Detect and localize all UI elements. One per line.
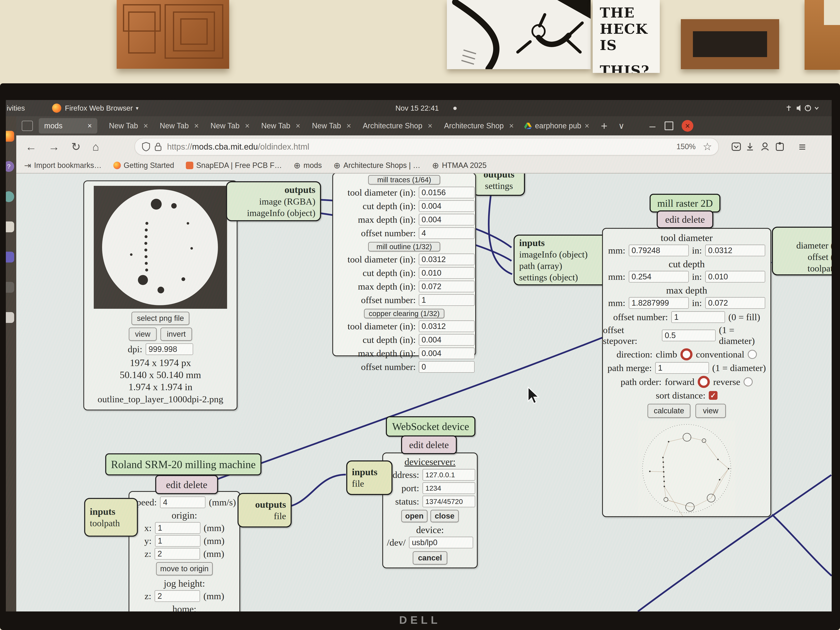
offset-number-input[interactable] xyxy=(419,361,475,373)
bookmark-import[interactable]: ⇥Import bookmarks… xyxy=(24,161,102,170)
device-input[interactable] xyxy=(409,537,473,548)
max-depth-mm-input[interactable] xyxy=(629,297,689,309)
close-icon[interactable]: × xyxy=(509,122,514,130)
tool-diameter-input[interactable] xyxy=(419,321,475,332)
bookmark-htmaa[interactable]: ⊕HTMAA 2025 xyxy=(432,161,487,170)
cut-depth-input[interactable] xyxy=(419,200,475,212)
bookmark-snapeda[interactable]: SnapEDA | Free PCB F… xyxy=(186,161,282,170)
tab-new-4[interactable]: New Tab× xyxy=(261,122,300,130)
clock[interactable]: Nov 15 22:41 xyxy=(395,104,439,112)
address-input[interactable] xyxy=(423,469,475,481)
port-path[interactable]: path (array) xyxy=(519,260,606,272)
select-png-file-button[interactable]: select png file xyxy=(131,312,189,325)
max-depth-in-input[interactable] xyxy=(705,297,765,309)
websocket-inputs-file-node[interactable]: inputs file xyxy=(346,460,393,495)
dock-help-icon[interactable]: ? xyxy=(6,161,14,172)
max-depth-input[interactable] xyxy=(419,347,475,359)
direction-conventional-radio[interactable] xyxy=(748,350,757,359)
close-icon[interactable]: × xyxy=(143,122,148,130)
tool-diameter-mm-input[interactable] xyxy=(629,245,689,256)
origin-y-input[interactable] xyxy=(155,535,201,547)
sort-distance-checkbox[interactable] xyxy=(709,391,717,400)
bookmark-architecture-shops[interactable]: ⊕Architecture Shops | … xyxy=(333,161,420,170)
url-bar[interactable]: https://mods.cba.mit.edu/oldindex.html 1… xyxy=(134,138,719,155)
dock-firefox-icon[interactable] xyxy=(6,131,14,142)
raster-edit-delete-button[interactable]: edit delete xyxy=(657,210,713,228)
machine-inputs-toolpath-node[interactable]: inputs toolpath xyxy=(84,498,138,537)
close-icon[interactable]: × xyxy=(295,122,300,130)
port-file[interactable]: file xyxy=(274,510,286,522)
origin-x-input[interactable] xyxy=(155,522,201,534)
tab-new-1[interactable]: New Tab× xyxy=(109,122,148,130)
list-tabs-button[interactable]: ∨ xyxy=(618,121,624,131)
dock-editor-icon[interactable] xyxy=(6,252,14,262)
port-file[interactable]: file xyxy=(352,478,387,489)
path-merge-input[interactable] xyxy=(655,362,709,374)
cancel-button[interactable]: cancel xyxy=(413,551,447,565)
tab-architecture-shop-1[interactable]: Architecture Shop× xyxy=(363,122,432,130)
bookmark-getting-started[interactable]: Getting Started xyxy=(113,161,174,170)
port-imageinfo[interactable]: imageInfo (object) xyxy=(247,207,316,219)
machine-outputs-file-node[interactable]: outputs file xyxy=(237,493,292,527)
move-to-origin-button[interactable]: move to origin xyxy=(156,562,213,575)
outputs-image-node[interactable]: outputs image (RGBA) imageInfo (object) xyxy=(226,181,321,221)
tool-diameter-input[interactable] xyxy=(419,254,475,265)
menu-icon[interactable]: ≡ xyxy=(799,140,806,154)
close-icon[interactable]: × xyxy=(194,122,199,130)
jog-z-input[interactable] xyxy=(155,590,200,602)
offset-number-input[interactable] xyxy=(419,227,475,239)
close-window-button[interactable]: × xyxy=(682,120,693,132)
close-icon[interactable]: × xyxy=(346,122,351,130)
raster-outputs-node[interactable]: outp diameter (numb offset (numb toolpat… xyxy=(772,227,840,275)
tab-new-2[interactable]: New Tab× xyxy=(160,122,199,130)
zoom-level[interactable]: 150% xyxy=(676,142,696,151)
toolbar-icons[interactable] xyxy=(731,141,794,153)
dock-files-icon[interactable] xyxy=(6,221,14,232)
mill-raster-2d-button[interactable]: mill raster 2D xyxy=(650,194,720,213)
raster-view-button[interactable]: view xyxy=(695,404,726,418)
dock-app-icon-2[interactable] xyxy=(6,312,14,323)
port-toolpath[interactable]: toolpath xyxy=(90,518,132,529)
bookmark-star-icon[interactable]: ☆ xyxy=(703,141,712,153)
path-order-reverse-radio[interactable] xyxy=(744,377,753,387)
inputs-node[interactable]: inputs imageInfo (object) path (array) s… xyxy=(513,235,612,286)
port-imageinfo[interactable]: imageInfo (object) xyxy=(519,249,606,260)
close-icon[interactable]: × xyxy=(584,122,589,130)
lock-icon[interactable] xyxy=(155,142,162,151)
minimize-button[interactable]: – xyxy=(649,120,655,132)
new-tab-button[interactable]: + xyxy=(601,119,608,132)
tab-new-5[interactable]: New Tab× xyxy=(312,122,351,130)
dock-app-icon[interactable] xyxy=(6,191,14,202)
tab-mods[interactable]: mods × xyxy=(39,118,97,134)
machine-edit-delete-button[interactable]: edit delete xyxy=(155,475,218,494)
restore-window-button[interactable] xyxy=(665,122,673,130)
max-depth-input[interactable] xyxy=(419,214,475,226)
close-icon[interactable]: × xyxy=(428,122,432,130)
websocket-edit-delete-button[interactable]: edit delete xyxy=(401,436,457,454)
offset-stepover-input[interactable] xyxy=(662,330,715,341)
tab-new-3[interactable]: New Tab× xyxy=(210,122,249,130)
url-text[interactable]: https://mods.cba.mit.edu/oldindex.html xyxy=(167,142,309,152)
mill-traces-button[interactable]: mill traces (1/64) xyxy=(368,175,440,185)
port-settings[interactable]: settings (object) xyxy=(519,272,606,283)
tool-diameter-in-input[interactable] xyxy=(705,245,765,256)
close-icon[interactable]: × xyxy=(245,122,249,130)
tab-architecture-shop-2[interactable]: Architecture Shop× xyxy=(444,122,514,130)
open-button[interactable]: open xyxy=(401,510,428,522)
bookmark-mods[interactable]: ⊕mods xyxy=(294,161,322,170)
copper-clearing-button[interactable]: copper clearing (1/32) xyxy=(364,309,444,318)
speed-input[interactable] xyxy=(160,496,205,508)
path-order-forward-radio[interactable] xyxy=(698,376,710,388)
app-menu[interactable]: Firefox Web Browser xyxy=(65,104,133,112)
max-depth-input[interactable] xyxy=(419,281,475,292)
offset-number-input[interactable] xyxy=(419,294,475,306)
port-image[interactable]: image (RGBA) xyxy=(259,196,316,207)
roland-srm20-button[interactable]: Roland SRM-20 milling machine xyxy=(105,453,262,475)
close-icon[interactable]: × xyxy=(87,122,92,130)
cut-depth-input[interactable] xyxy=(419,267,475,279)
home-button[interactable]: ⌂ xyxy=(92,140,99,153)
origin-z-input[interactable] xyxy=(155,548,200,560)
calculate-button[interactable]: calculate xyxy=(647,404,690,418)
tool-diameter-input[interactable] xyxy=(419,187,475,198)
firefox-view-icon[interactable] xyxy=(22,121,33,131)
